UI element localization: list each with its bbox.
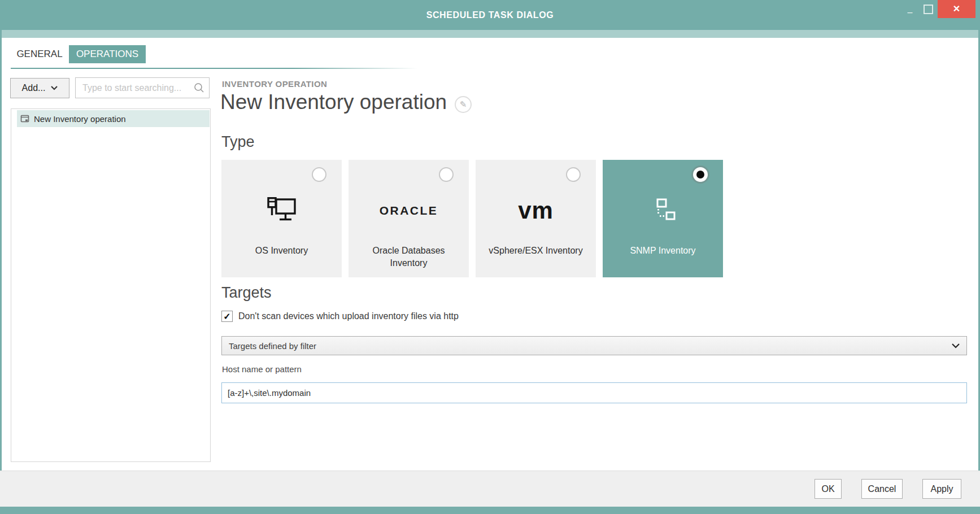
maximize-button[interactable] — [918, 0, 938, 18]
radio-snmp-inventory[interactable] — [693, 167, 708, 182]
operations-list-panel: New Inventory operation — [11, 108, 211, 462]
tab-general[interactable]: GENERAL — [11, 45, 68, 63]
type-tiles: OS Inventory ORACLE Oracle Databases Inv… — [221, 160, 723, 277]
radio-os-inventory[interactable] — [312, 167, 326, 182]
http-scan-checkbox[interactable]: ✓ — [221, 311, 233, 322]
inventory-operation-icon — [20, 114, 29, 123]
close-button[interactable]: ✕ — [938, 0, 975, 18]
http-scan-checkbox-label: Don't scan devices which upload inventor… — [238, 311, 459, 321]
page-title-row: New Inventory operation ✎ — [220, 90, 472, 114]
computer-icon — [266, 177, 298, 245]
host-pattern-input[interactable] — [221, 382, 967, 403]
scheduled-task-dialog: SCHEDULED TASK DIALOG – ✕ GENERAL OPERAT… — [0, 0, 980, 514]
footer-bar: OK Cancel Apply — [0, 471, 980, 507]
targets-heading: Targets — [221, 284, 272, 302]
window-title: SCHEDULED TASK DIALOG — [0, 0, 980, 30]
chevron-down-icon — [51, 86, 58, 90]
title-bar: SCHEDULED TASK DIALOG – ✕ — [0, 0, 980, 30]
window-bottom-border — [0, 507, 980, 514]
tile-label: vSphere/ESX Inventory — [481, 245, 590, 277]
radio-oracle-inventory[interactable] — [439, 167, 454, 182]
tile-label: Oracle Databases Inventory — [349, 245, 469, 277]
titlebar-accent-band — [0, 30, 980, 38]
pencil-icon: ✎ — [460, 99, 467, 110]
vmware-logo: vm — [518, 177, 554, 245]
chevron-down-icon — [952, 343, 960, 349]
section-eyebrow: INVENTORY OPERATION — [222, 79, 327, 89]
add-dropdown-button[interactable]: Add... — [10, 78, 69, 98]
cancel-button[interactable]: Cancel — [861, 479, 903, 499]
list-item-label: New Inventory operation — [34, 114, 126, 124]
tile-label: SNMP Inventory — [622, 245, 703, 277]
window-left-border — [0, 30, 2, 514]
maximize-icon — [924, 5, 933, 14]
http-scan-checkbox-row: ✓ Don't scan devices which upload invent… — [221, 311, 459, 322]
edit-title-button[interactable]: ✎ — [455, 96, 472, 113]
targets-filter-dropdown[interactable]: Targets defined by filter — [221, 336, 967, 355]
radio-vsphere-inventory[interactable] — [566, 167, 581, 182]
oracle-logo: ORACLE — [380, 177, 438, 245]
tile-os-inventory[interactable]: OS Inventory — [221, 160, 342, 277]
targets-filter-value: Targets defined by filter — [229, 341, 316, 351]
add-button-label: Add... — [22, 83, 46, 93]
search-input[interactable] — [81, 82, 194, 94]
search-box — [75, 77, 210, 98]
list-item[interactable]: New Inventory operation — [17, 110, 210, 127]
search-icon — [194, 82, 204, 93]
tile-snmp-inventory[interactable]: SNMP Inventory — [603, 160, 723, 277]
ok-button[interactable]: OK — [815, 479, 842, 499]
window-controls: – ✕ — [901, 0, 980, 30]
tile-vsphere-inventory[interactable]: vm vSphere/ESX Inventory — [476, 160, 596, 277]
tab-operations[interactable]: OPERATIONS — [69, 45, 146, 63]
minimize-button[interactable]: – — [901, 0, 918, 18]
apply-button[interactable]: Apply — [922, 479, 961, 499]
snmp-nodes-icon — [649, 177, 677, 245]
host-pattern-label: Host name or pattern — [222, 364, 302, 374]
page-title: New Inventory operation — [220, 90, 447, 114]
tile-label: OS Inventory — [247, 245, 316, 277]
tile-oracle-inventory[interactable]: ORACLE Oracle Databases Inventory — [349, 160, 469, 277]
type-heading: Type — [221, 133, 255, 151]
tab-underline — [11, 68, 417, 69]
